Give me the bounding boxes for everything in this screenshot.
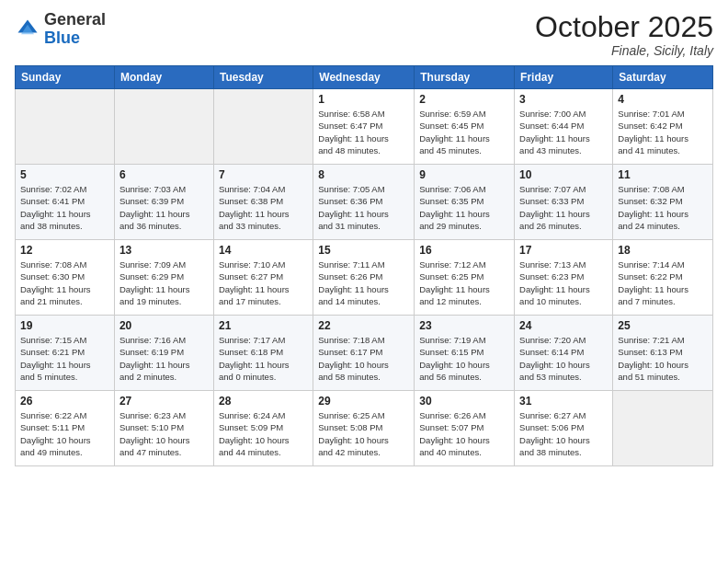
weekday-header: Thursday [415,66,515,89]
day-number: 15 [318,244,409,257]
day-number: 16 [419,244,509,257]
title-block: October 2025 Finale, Sicily, Italy [535,11,713,58]
logo-icon [15,17,40,42]
calendar-cell [213,89,313,165]
calendar-cell: 4Sunrise: 7:01 AM Sunset: 6:42 PM Daylig… [613,89,713,165]
day-number: 19 [20,319,109,332]
day-info: Sunrise: 7:04 AM Sunset: 6:38 PM Dayligh… [219,183,308,232]
day-info: Sunrise: 7:18 AM Sunset: 6:17 PM Dayligh… [318,334,409,383]
day-number: 8 [318,168,409,181]
day-info: Sunrise: 6:22 AM Sunset: 5:11 PM Dayligh… [20,409,109,458]
calendar-cell: 24Sunrise: 7:20 AM Sunset: 6:14 PM Dayli… [515,316,613,391]
day-info: Sunrise: 6:59 AM Sunset: 6:45 PM Dayligh… [419,108,509,156]
day-info: Sunrise: 7:00 AM Sunset: 6:44 PM Dayligh… [519,108,608,156]
calendar-cell: 6Sunrise: 7:03 AM Sunset: 6:39 PM Daylig… [114,165,213,240]
calendar-cell: 30Sunrise: 6:26 AM Sunset: 5:07 PM Dayli… [415,391,515,466]
calendar-cell [16,89,115,165]
day-number: 10 [519,168,608,181]
day-info: Sunrise: 7:11 AM Sunset: 6:26 PM Dayligh… [318,259,409,307]
day-info: Sunrise: 7:01 AM Sunset: 6:42 PM Dayligh… [618,108,708,156]
day-number: 2 [419,93,509,106]
calendar-cell: 11Sunrise: 7:08 AM Sunset: 6:32 PM Dayli… [613,165,713,240]
day-info: Sunrise: 7:03 AM Sunset: 6:39 PM Dayligh… [119,183,209,232]
day-number: 28 [219,395,308,408]
day-info: Sunrise: 6:23 AM Sunset: 5:10 PM Dayligh… [119,409,209,458]
day-info: Sunrise: 6:27 AM Sunset: 5:06 PM Dayligh… [519,409,608,458]
logo-general-text: General [44,10,106,29]
calendar-cell: 8Sunrise: 7:05 AM Sunset: 6:36 PM Daylig… [313,165,415,240]
day-info: Sunrise: 7:12 AM Sunset: 6:25 PM Dayligh… [419,259,509,307]
day-info: Sunrise: 7:14 AM Sunset: 6:22 PM Dayligh… [618,259,708,307]
day-info: Sunrise: 7:02 AM Sunset: 6:41 PM Dayligh… [20,183,109,232]
day-number: 31 [519,395,608,408]
day-number: 27 [119,395,209,408]
day-number: 12 [20,244,109,257]
day-number: 11 [618,168,708,181]
day-info: Sunrise: 7:08 AM Sunset: 6:30 PM Dayligh… [20,259,109,307]
calendar-cell: 19Sunrise: 7:15 AM Sunset: 6:21 PM Dayli… [16,316,115,391]
calendar-cell [613,391,713,466]
calendar-cell: 25Sunrise: 7:21 AM Sunset: 6:13 PM Dayli… [613,316,713,391]
logo-text: General Blue [44,11,106,48]
calendar-cell: 9Sunrise: 7:06 AM Sunset: 6:35 PM Daylig… [415,165,515,240]
day-number: 17 [519,244,608,257]
day-info: Sunrise: 7:21 AM Sunset: 6:13 PM Dayligh… [618,334,708,383]
calendar-cell [114,89,213,165]
day-info: Sunrise: 6:26 AM Sunset: 5:07 PM Dayligh… [419,409,509,458]
day-number: 29 [318,395,409,408]
weekday-header: Monday [114,66,213,89]
day-number: 25 [618,319,708,332]
day-number: 13 [119,244,209,257]
day-number: 9 [419,168,509,181]
calendar-week-row: 1Sunrise: 6:58 AM Sunset: 6:47 PM Daylig… [16,89,713,165]
weekday-header: Tuesday [213,66,313,89]
day-number: 23 [419,319,509,332]
logo-blue-text: Blue [44,29,80,47]
calendar-cell: 27Sunrise: 6:23 AM Sunset: 5:10 PM Dayli… [114,391,213,466]
day-number: 4 [618,93,708,106]
day-number: 22 [318,319,409,332]
day-info: Sunrise: 7:15 AM Sunset: 6:21 PM Dayligh… [20,334,109,383]
logo: General Blue [15,11,106,48]
day-info: Sunrise: 7:19 AM Sunset: 6:15 PM Dayligh… [419,334,509,383]
day-info: Sunrise: 7:06 AM Sunset: 6:35 PM Dayligh… [419,183,509,232]
calendar-cell: 5Sunrise: 7:02 AM Sunset: 6:41 PM Daylig… [16,165,115,240]
location: Finale, Sicily, Italy [535,43,713,58]
day-info: Sunrise: 7:07 AM Sunset: 6:33 PM Dayligh… [519,183,608,232]
calendar-cell: 31Sunrise: 6:27 AM Sunset: 5:06 PM Dayli… [515,391,613,466]
day-number: 5 [20,168,109,181]
header: General Blue October 2025 Finale, Sicily… [15,11,713,58]
day-number: 21 [219,319,308,332]
day-number: 3 [519,93,608,106]
calendar-week-row: 19Sunrise: 7:15 AM Sunset: 6:21 PM Dayli… [16,316,713,391]
day-number: 1 [318,93,409,106]
day-info: Sunrise: 6:58 AM Sunset: 6:47 PM Dayligh… [318,108,409,156]
calendar-cell: 15Sunrise: 7:11 AM Sunset: 6:26 PM Dayli… [313,240,415,316]
calendar-week-row: 5Sunrise: 7:02 AM Sunset: 6:41 PM Daylig… [16,165,713,240]
weekday-header: Saturday [613,66,713,89]
day-number: 7 [219,168,308,181]
day-number: 24 [519,319,608,332]
calendar-cell: 1Sunrise: 6:58 AM Sunset: 6:47 PM Daylig… [313,89,415,165]
day-info: Sunrise: 7:13 AM Sunset: 6:23 PM Dayligh… [519,259,608,307]
calendar-cell: 10Sunrise: 7:07 AM Sunset: 6:33 PM Dayli… [515,165,613,240]
day-info: Sunrise: 7:09 AM Sunset: 6:29 PM Dayligh… [119,259,209,307]
calendar-cell: 28Sunrise: 6:24 AM Sunset: 5:09 PM Dayli… [213,391,313,466]
day-info: Sunrise: 7:05 AM Sunset: 6:36 PM Dayligh… [318,183,409,232]
calendar-cell: 18Sunrise: 7:14 AM Sunset: 6:22 PM Dayli… [613,240,713,316]
weekday-header: Sunday [16,66,115,89]
calendar-table: SundayMondayTuesdayWednesdayThursdayFrid… [15,65,713,466]
day-info: Sunrise: 6:24 AM Sunset: 5:09 PM Dayligh… [219,409,308,458]
weekday-header-row: SundayMondayTuesdayWednesdayThursdayFrid… [16,66,713,89]
calendar-cell: 13Sunrise: 7:09 AM Sunset: 6:29 PM Dayli… [114,240,213,316]
day-info: Sunrise: 7:17 AM Sunset: 6:18 PM Dayligh… [219,334,308,383]
day-number: 20 [119,319,209,332]
calendar-cell: 17Sunrise: 7:13 AM Sunset: 6:23 PM Dayli… [515,240,613,316]
day-info: Sunrise: 7:08 AM Sunset: 6:32 PM Dayligh… [618,183,708,232]
day-info: Sunrise: 6:25 AM Sunset: 5:08 PM Dayligh… [318,409,409,458]
month-title: October 2025 [535,11,713,43]
calendar-cell: 20Sunrise: 7:16 AM Sunset: 6:19 PM Dayli… [114,316,213,391]
calendar-cell: 14Sunrise: 7:10 AM Sunset: 6:27 PM Dayli… [213,240,313,316]
calendar-cell: 23Sunrise: 7:19 AM Sunset: 6:15 PM Dayli… [415,316,515,391]
weekday-header: Friday [515,66,613,89]
